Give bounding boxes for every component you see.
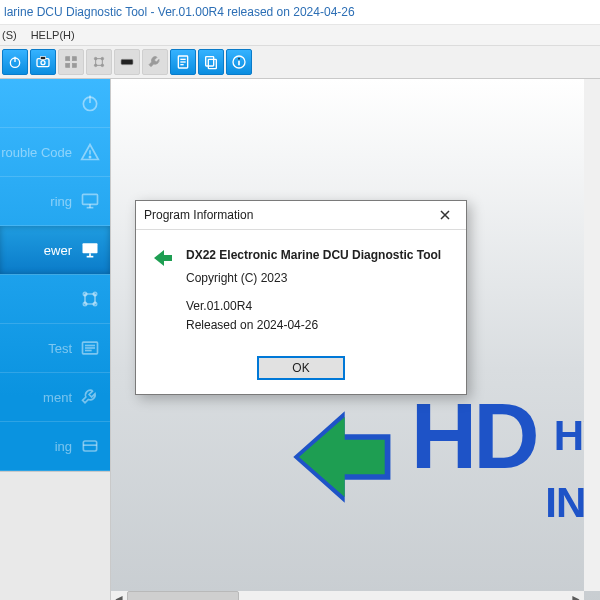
scroll-thumb[interactable] [127, 591, 239, 600]
sidebar-footer [0, 471, 110, 600]
sidebar: rouble Code ring ewer Test ment [0, 79, 110, 600]
sidebar-item-monitoring[interactable]: ring [0, 177, 110, 226]
scroll-left-icon[interactable]: ◄ [111, 591, 127, 600]
dialog-body: DX22 Electronic Marine DCU Diagnostic To… [136, 230, 466, 350]
power-icon [80, 93, 100, 113]
svg-marker-45 [154, 250, 172, 266]
warning-icon [80, 142, 100, 162]
svg-rect-7 [66, 63, 70, 67]
sidebar-item-trouble-code[interactable]: rouble Code [0, 128, 110, 177]
program-info-dialog: Program Information DX22 Electronic Mari… [135, 200, 467, 395]
svg-rect-13 [121, 59, 133, 64]
scroll-right-icon[interactable]: ► [568, 591, 584, 600]
sidebar-item-management[interactable]: ment [0, 373, 110, 422]
svg-rect-8 [72, 63, 76, 67]
svg-point-26 [89, 156, 90, 157]
svg-rect-18 [206, 57, 214, 66]
dialog-app-icon [150, 246, 174, 334]
titlebar: larine DCU Diagnostic Tool - Ver.01.00R4… [0, 0, 600, 25]
svg-marker-44 [299, 417, 385, 497]
svg-rect-5 [66, 57, 70, 61]
tb-nodes-icon[interactable] [86, 49, 112, 75]
svg-rect-4 [40, 57, 45, 60]
wrench-icon [80, 387, 100, 407]
menu-s[interactable]: (S) [2, 29, 17, 41]
sidebar-item-viewer[interactable]: ewer [0, 226, 110, 275]
list-icon [80, 338, 100, 358]
menu-help[interactable]: HELP(H) [31, 29, 75, 41]
scrollbar-vertical[interactable] [584, 79, 600, 591]
toolbar [0, 46, 600, 79]
sidebar-item-test[interactable]: Test [0, 324, 110, 373]
sidebar-item-0[interactable] [0, 79, 110, 128]
nodes-icon [80, 289, 100, 309]
monitor-icon [80, 240, 100, 260]
tb-info-icon[interactable] [226, 49, 252, 75]
svg-rect-2 [37, 59, 49, 67]
arrow-logo-icon [279, 377, 399, 537]
svg-point-22 [238, 58, 240, 60]
tb-camera-icon[interactable] [30, 49, 56, 75]
ok-button[interactable]: OK [257, 356, 345, 380]
dialog-title: Program Information [144, 208, 253, 222]
svg-rect-19 [208, 59, 216, 68]
card-icon [80, 436, 100, 456]
tb-tool-icon[interactable] [142, 49, 168, 75]
dialog-footer: OK [136, 350, 466, 394]
tb-grid-icon[interactable] [58, 49, 84, 75]
svg-rect-27 [83, 194, 98, 204]
app-window: larine DCU Diagnostic Tool - Ver.01.00R4… [0, 0, 600, 600]
monitor-icon [80, 191, 100, 211]
hd-logo: HDHY INF [279, 377, 600, 537]
logo-hd-text: HD [411, 390, 536, 482]
close-icon [440, 210, 450, 220]
dialog-product: DX22 Electronic Marine DCU Diagnostic To… [186, 246, 441, 265]
menubar: (S) HELP(H) [0, 25, 600, 46]
svg-point-3 [41, 61, 45, 65]
window-title: larine DCU Diagnostic Tool - Ver.01.00R4… [4, 5, 355, 19]
tb-power-icon[interactable] [2, 49, 28, 75]
svg-rect-30 [83, 243, 98, 253]
dialog-version: Ver.01.00R4 [186, 297, 441, 316]
dialog-close-button[interactable] [432, 205, 458, 225]
svg-rect-6 [72, 57, 76, 61]
tb-copy-icon[interactable] [198, 49, 224, 75]
tb-doc-icon[interactable] [170, 49, 196, 75]
dialog-titlebar[interactable]: Program Information [136, 201, 466, 230]
scrollbar-horizontal[interactable]: ◄ ► [111, 591, 584, 600]
tb-eol-icon[interactable] [114, 49, 140, 75]
sidebar-item-4[interactable] [0, 275, 110, 324]
dialog-copyright: Copyright (C) 2023 [186, 269, 441, 288]
sidebar-item-setting[interactable]: ing [0, 422, 110, 471]
dialog-released: Released on 2024-04-26 [186, 316, 441, 335]
